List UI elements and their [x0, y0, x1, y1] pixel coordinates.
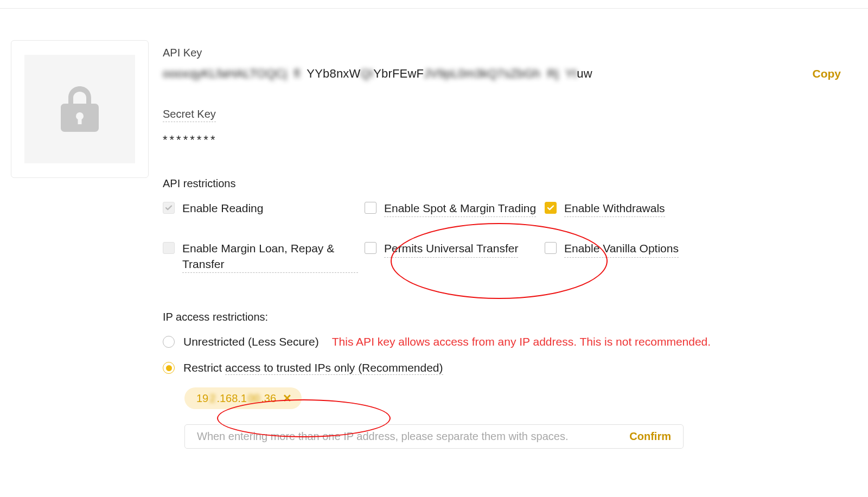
checkbox-label: Enable Withdrawals — [564, 201, 665, 217]
radio-label: Unrestricted (Less Secure) — [183, 335, 319, 348]
secret-key-value: ******** — [163, 133, 841, 147]
checkbox-universal-transfer[interactable]: Permits Universal Transfer — [365, 241, 538, 273]
checkbox-enable-reading[interactable]: Enable Reading — [163, 201, 358, 217]
radio-circle — [163, 362, 175, 374]
checkbox-label: Enable Margin Loan, Repay & Transfer — [182, 241, 358, 273]
ip-input-row: Confirm — [184, 424, 684, 449]
ip-restrictions-label: IP access restrictions: — [163, 311, 841, 323]
api-restrictions-label: API restrictions — [163, 177, 841, 190]
checkbox-label: Enable Spot & Margin Trading — [384, 201, 536, 217]
radio-restrict-trusted[interactable]: Restrict access to trusted IPs only (Rec… — [163, 361, 841, 374]
secret-key-label: Secret Key — [163, 108, 216, 122]
checkbox-box — [365, 202, 376, 214]
remove-ip-icon[interactable]: ✕ — [283, 392, 292, 405]
checkbox-box — [545, 202, 557, 214]
api-key-label: API Key — [163, 47, 841, 59]
copy-button[interactable]: Copy — [813, 67, 841, 80]
checkbox-vanilla-options[interactable]: Enable Vanilla Options — [545, 241, 718, 273]
checkbox-box — [163, 242, 175, 254]
checkbox-enable-spot-margin[interactable]: Enable Spot & Margin Trading — [365, 201, 538, 217]
radio-label: Restrict access to trusted IPs only (Rec… — [183, 361, 443, 374]
api-key-value: oooxqyKLfaHALTOQCj fl YYb8nxWQIYbrFEwFJV… — [163, 67, 791, 81]
api-key-icon-card — [11, 40, 149, 178]
checkbox-label: Permits Universal Transfer — [384, 241, 518, 257]
ip-unrestricted-warning: This API key allows access from any IP a… — [332, 335, 711, 348]
checkbox-box — [163, 202, 175, 214]
checkbox-box — [545, 242, 557, 254]
lock-icon — [61, 86, 99, 132]
confirm-button[interactable]: Confirm — [629, 430, 671, 443]
ip-chip-text: 192.168.100.36 — [196, 392, 276, 405]
checkbox-enable-withdrawals[interactable]: Enable Withdrawals — [545, 201, 718, 217]
trusted-ip-chip: 192.168.100.36 ✕ — [184, 387, 302, 409]
ip-address-input[interactable] — [197, 430, 618, 443]
checkbox-label: Enable Vanilla Options — [564, 241, 679, 257]
checkbox-enable-margin-loan[interactable]: Enable Margin Loan, Repay & Transfer — [163, 241, 358, 273]
checkbox-box — [365, 242, 376, 254]
api-key-icon-bg — [24, 55, 135, 163]
radio-circle — [163, 336, 175, 348]
checkbox-label: Enable Reading — [182, 201, 263, 216]
radio-unrestricted[interactable]: Unrestricted (Less Secure) This API key … — [163, 335, 841, 348]
